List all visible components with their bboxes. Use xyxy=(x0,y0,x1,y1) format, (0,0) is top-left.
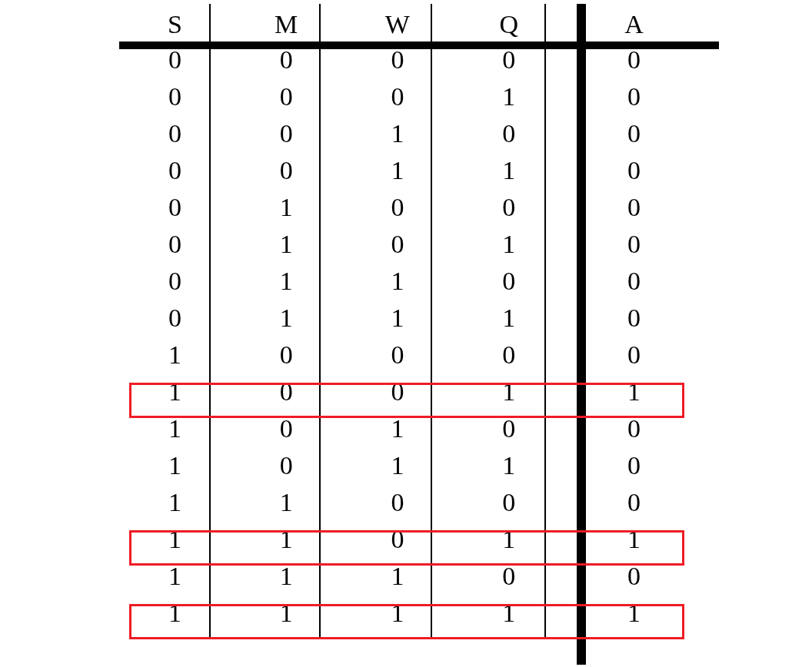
header-W: W xyxy=(342,6,454,41)
cell-Q: 1 xyxy=(453,78,564,115)
cell-M: 0 xyxy=(231,41,342,78)
table-row: 11011 xyxy=(119,521,704,558)
cell-S: 1 xyxy=(119,521,231,558)
header-M: M xyxy=(231,6,342,41)
cell-M: 1 xyxy=(231,300,342,337)
cell-W: 1 xyxy=(342,595,454,632)
table-row: 00110 xyxy=(119,152,704,189)
cell-Q: 0 xyxy=(453,337,564,373)
cell-Q: 1 xyxy=(453,595,564,632)
cell-S: 0 xyxy=(119,41,231,78)
cell-W: 0 xyxy=(342,41,454,78)
cell-A: 0 xyxy=(564,78,704,115)
cell-A: 0 xyxy=(564,226,704,263)
cell-A: 0 xyxy=(564,558,704,595)
cell-W: 0 xyxy=(342,337,454,373)
cell-S: 0 xyxy=(119,152,231,189)
cell-A: 0 xyxy=(564,300,704,337)
table-row: 10000 xyxy=(119,337,704,373)
cell-S: 1 xyxy=(119,447,231,484)
cell-W: 1 xyxy=(342,558,454,595)
cell-A: 0 xyxy=(564,410,704,447)
cell-W: 1 xyxy=(342,447,454,484)
cell-S: 0 xyxy=(119,226,231,263)
cell-M: 0 xyxy=(231,447,342,484)
cell-Q: 0 xyxy=(453,410,564,447)
cell-Q: 0 xyxy=(453,558,564,595)
table-row: 11100 xyxy=(119,558,704,595)
table-row: 00000 xyxy=(119,41,704,78)
cell-Q: 0 xyxy=(453,263,564,300)
cell-Q: 0 xyxy=(453,189,564,226)
cell-W: 0 xyxy=(342,484,454,521)
cell-S: 0 xyxy=(119,263,231,300)
cell-Q: 1 xyxy=(453,447,564,484)
table-row: 10011 xyxy=(119,373,704,410)
cell-W: 1 xyxy=(342,115,454,152)
cell-W: 1 xyxy=(342,300,454,337)
cell-S: 1 xyxy=(119,595,231,632)
cell-Q: 1 xyxy=(453,152,564,189)
table-row: 01010 xyxy=(119,226,704,263)
table-row: 01000 xyxy=(119,189,704,226)
header-S: S xyxy=(119,6,231,41)
cell-Q: 0 xyxy=(453,41,564,78)
cell-W: 1 xyxy=(342,152,454,189)
cell-M: 1 xyxy=(231,558,342,595)
cell-W: 0 xyxy=(342,189,454,226)
cell-S: 0 xyxy=(119,115,231,152)
cell-W: 0 xyxy=(342,78,454,115)
cell-A: 0 xyxy=(564,337,704,373)
table-row: 00100 xyxy=(119,115,704,152)
cell-A: 0 xyxy=(564,115,704,152)
table-row: 11111 xyxy=(119,595,704,632)
cell-W: 0 xyxy=(342,226,454,263)
cell-S: 1 xyxy=(119,337,231,373)
table-row: 00010 xyxy=(119,78,704,115)
cell-S: 1 xyxy=(119,484,231,521)
cell-S: 1 xyxy=(119,373,231,410)
cell-M: 0 xyxy=(231,337,342,373)
cell-W: 1 xyxy=(342,263,454,300)
table-row: 01100 xyxy=(119,263,704,300)
cell-S: 1 xyxy=(119,558,231,595)
table-row: 11000 xyxy=(119,484,704,521)
cell-M: 0 xyxy=(231,410,342,447)
cell-S: 1 xyxy=(119,410,231,447)
cell-Q: 1 xyxy=(453,300,564,337)
cell-M: 1 xyxy=(231,189,342,226)
cell-A: 0 xyxy=(564,447,704,484)
cell-S: 0 xyxy=(119,189,231,226)
cell-Q: 1 xyxy=(453,521,564,558)
cell-M: 1 xyxy=(231,521,342,558)
cell-W: 0 xyxy=(342,521,454,558)
cell-M: 0 xyxy=(231,373,342,410)
cell-M: 1 xyxy=(231,263,342,300)
cell-Q: 1 xyxy=(453,373,564,410)
cell-A: 1 xyxy=(564,373,704,410)
header-A: A xyxy=(564,6,704,41)
table-row: 10100 xyxy=(119,410,704,447)
cell-W: 0 xyxy=(342,373,454,410)
truth-table: S M W Q A 000000001000100001100100001010… xyxy=(119,6,704,632)
cell-A: 1 xyxy=(564,521,704,558)
cell-W: 1 xyxy=(342,410,454,447)
table-row: 01110 xyxy=(119,300,704,337)
header-row: S M W Q A xyxy=(119,6,704,41)
cell-A: 0 xyxy=(564,189,704,226)
cell-M: 1 xyxy=(231,226,342,263)
cell-M: 0 xyxy=(231,78,342,115)
cell-A: 0 xyxy=(564,484,704,521)
cell-A: 0 xyxy=(564,41,704,78)
cell-M: 1 xyxy=(231,484,342,521)
cell-M: 1 xyxy=(231,595,342,632)
header-Q: Q xyxy=(453,6,564,41)
cell-Q: 0 xyxy=(453,484,564,521)
cell-S: 0 xyxy=(119,78,231,115)
table-row: 10110 xyxy=(119,447,704,484)
cell-A: 1 xyxy=(564,595,704,632)
cell-S: 0 xyxy=(119,300,231,337)
cell-A: 0 xyxy=(564,152,704,189)
cell-Q: 1 xyxy=(453,226,564,263)
cell-M: 0 xyxy=(231,115,342,152)
